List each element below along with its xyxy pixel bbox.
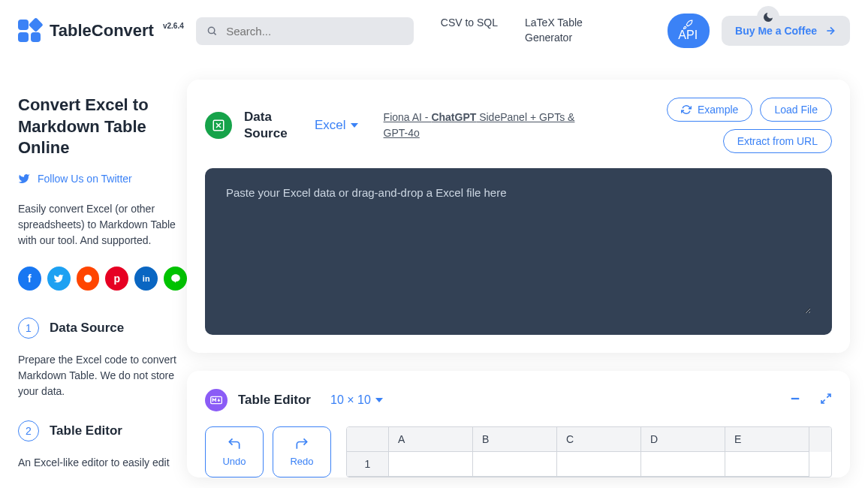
step-2: 2 Table Editor [18, 420, 187, 441]
col-header-a[interactable]: A [389, 427, 473, 452]
undo-icon [227, 436, 242, 451]
table-editor-title: Table Editor [238, 393, 311, 408]
search-box[interactable] [196, 17, 414, 45]
step-1: 1 Data Source [18, 318, 187, 339]
svg-point-3 [84, 275, 92, 283]
undo-button[interactable]: Undo [205, 426, 264, 477]
cell-e1[interactable] [725, 452, 809, 477]
step-number: 2 [18, 420, 39, 441]
step-title: Data Source [50, 321, 124, 336]
step-number: 1 [18, 318, 39, 339]
chevron-down-icon [351, 123, 358, 128]
social-pinterest[interactable]: p [105, 267, 128, 291]
content: Data Source Excel Fiona AI - ChatGPT Sid… [187, 62, 850, 488]
data-source-label: Data Source [244, 109, 288, 142]
collapse-button[interactable] [788, 392, 802, 408]
corner-cell[interactable] [347, 427, 389, 452]
expand-icon [820, 393, 832, 405]
select-value: Excel [315, 118, 346, 133]
svg-point-0 [208, 27, 214, 33]
spreadsheet-grid[interactable]: A B C D E 1 [346, 426, 832, 477]
twitter-link[interactable]: Follow Us on Twitter [18, 173, 187, 185]
promo-link[interactable]: Fiona AI - ChatGPT SidePanel + GPTs & GP… [384, 110, 586, 141]
data-source-card: Data Source Excel Fiona AI - ChatGPT Sid… [187, 80, 850, 353]
table-size-select[interactable]: 10 × 10 [330, 393, 383, 407]
search-input[interactable] [226, 25, 403, 38]
brand-name: TableConvert [50, 21, 154, 41]
nav-latex-generator[interactable]: LaTeX Table Generator [525, 16, 592, 45]
api-button[interactable]: API [668, 14, 710, 48]
step-title: Table Editor [50, 423, 122, 438]
cell-a1[interactable] [389, 452, 473, 477]
refresh-icon [681, 104, 692, 115]
cell-d1[interactable] [641, 452, 725, 477]
svg-line-1 [214, 33, 216, 35]
social-row: f p in [18, 267, 187, 291]
social-reddit[interactable] [77, 267, 100, 291]
header: TableConvert v2.6.4 CSV to SQL LaTeX Tab… [0, 0, 868, 62]
load-file-button[interactable]: Load File [760, 98, 832, 122]
twitter-label: Follow Us on Twitter [38, 173, 132, 185]
col-header-b[interactable]: B [473, 427, 557, 452]
paste-textarea[interactable] [226, 186, 811, 314]
minus-icon [788, 392, 802, 405]
col-header-d[interactable]: D [641, 427, 725, 452]
page-title: Convert Excel to Markdown Table Online [18, 95, 187, 159]
col-header-e[interactable]: E [725, 427, 809, 452]
main: Convert Excel to Markdown Table Online F… [0, 62, 868, 488]
twitter-icon [18, 173, 30, 185]
social-linkedin[interactable]: in [134, 267, 158, 291]
buy-coffee-button[interactable]: Buy Me a Coffee [722, 16, 850, 46]
grid-row-1: 1 [347, 452, 831, 477]
table-editor-card: Table Editor 10 × 10 [187, 371, 850, 477]
excel-icon [205, 112, 232, 139]
col-header-c[interactable]: C [557, 427, 641, 452]
editor-controls [788, 392, 832, 408]
grid-header-row: A B C D E [347, 427, 831, 452]
chevron-down-icon [375, 398, 383, 402]
redo-icon [294, 436, 309, 451]
paste-area[interactable] [205, 168, 832, 335]
api-label: API [678, 29, 698, 42]
social-line[interactable] [164, 267, 187, 291]
page-description: Easily convert Excel (or other spreadshe… [18, 201, 187, 249]
coffee-label: Buy Me a Coffee [735, 25, 817, 37]
version-badge: v2.6.4 [163, 22, 184, 30]
extract-url-button[interactable]: Extract from URL [723, 129, 832, 153]
row-header-1[interactable]: 1 [347, 452, 389, 477]
action-buttons: Example Load File Extract from URL [644, 98, 832, 153]
nav-csv-to-sql[interactable]: CSV to SQL [441, 16, 498, 45]
cell-c1[interactable] [557, 452, 641, 477]
nav-links: CSV to SQL LaTeX Table Generator [441, 16, 592, 45]
expand-button[interactable] [820, 393, 832, 408]
table-editor-header: Table Editor 10 × 10 [205, 389, 832, 411]
arrow-right-icon [824, 25, 836, 37]
social-twitter[interactable] [47, 267, 71, 291]
twitter-icon [53, 273, 64, 284]
editor-buttons: Undo Redo [205, 426, 331, 477]
logo[interactable]: TableConvert v2.6.4 [18, 20, 184, 42]
social-facebook[interactable]: f [18, 267, 41, 291]
sidebar: Convert Excel to Markdown Table Online F… [18, 62, 187, 488]
search-icon [206, 25, 217, 37]
dark-mode-toggle[interactable] [757, 6, 779, 29]
editor-body: Undo Redo A B C D E [205, 426, 832, 477]
line-icon [170, 273, 181, 284]
step-1-desc: Prepare the Excel code to convert Markdo… [18, 352, 187, 399]
moon-icon [762, 11, 774, 23]
logo-icon [18, 20, 41, 42]
example-button[interactable]: Example [667, 98, 752, 122]
data-source-select[interactable]: Excel [315, 118, 358, 133]
reddit-icon [83, 273, 93, 284]
step-2-desc: An Excel-like editor to easily edit [18, 455, 187, 471]
redo-button[interactable]: Redo [273, 426, 331, 477]
markdown-icon [205, 389, 228, 411]
data-source-header: Data Source Excel Fiona AI - ChatGPT Sid… [205, 98, 832, 153]
cell-b1[interactable] [473, 452, 557, 477]
